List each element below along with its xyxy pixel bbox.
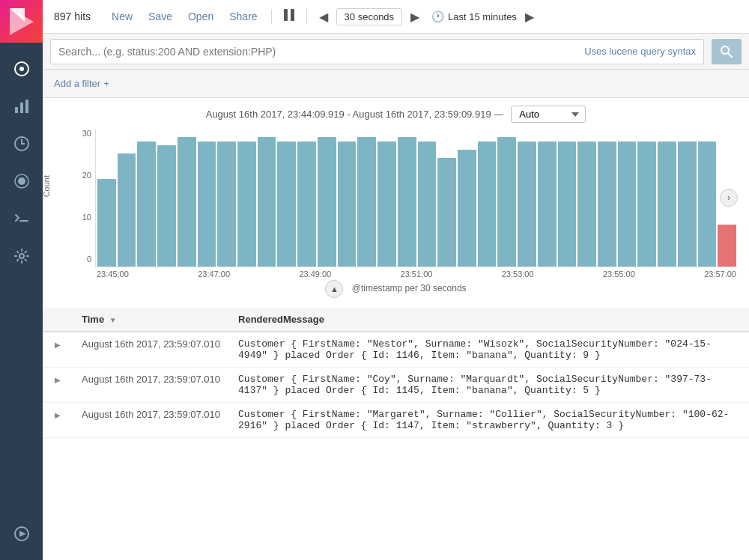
bar-col[interactable] [658, 129, 676, 267]
bar-col[interactable] [198, 129, 216, 267]
kibana-logo-icon [10, 8, 34, 35]
bar-col[interactable] [297, 129, 316, 267]
open-button[interactable]: Open [182, 7, 219, 25]
add-filter-button[interactable]: Add a filter + [54, 78, 109, 89]
chart-expand-right-button[interactable]: › [720, 189, 738, 207]
save-button[interactable]: Save [142, 7, 178, 25]
search-submit-button[interactable] [712, 39, 742, 64]
time-cell: August 16th 2017, 23:59:07.010 [73, 403, 229, 438]
svg-rect-5 [20, 103, 23, 113]
timelion-icon [13, 173, 30, 189]
bar-col[interactable] [357, 129, 376, 267]
x-label-6: 23:55:00 [603, 270, 635, 279]
time-cell: August 16th 2017, 23:59:07.010 [73, 368, 229, 403]
bar-col[interactable] [458, 129, 476, 267]
table-row: ▶ August 16th 2017, 23:59:07.010 Custome… [43, 368, 749, 403]
share-button[interactable]: Share [223, 7, 263, 25]
new-button[interactable]: New [106, 7, 139, 25]
y-axis-label: Count [43, 175, 51, 197]
time-sort-icon[interactable]: ▼ [109, 316, 117, 324]
bar-col[interactable] [637, 129, 656, 267]
svg-rect-4 [15, 107, 18, 113]
col-header-expand [43, 308, 73, 332]
play-icon [13, 526, 30, 542]
logo[interactable] [0, 0, 43, 43]
pause-button[interactable] [279, 6, 299, 27]
table-header: Time ▼ RenderedMessage [43, 308, 749, 332]
chart-container: August 16th 2017, 23:44:09.919 - August … [43, 98, 749, 308]
chart-date-range: August 16th 2017, 23:44:09.919 - August … [206, 109, 504, 120]
search-input-wrapper: Uses lucene query syntax [50, 39, 704, 64]
x-label-5: 23:53:00 [502, 270, 534, 279]
sidebar-item-timelion[interactable] [0, 162, 43, 200]
x-label-4: 23:51:00 [401, 270, 433, 279]
dashboard-icon [13, 136, 30, 152]
bar-col[interactable] [97, 129, 116, 267]
bar-col[interactable] [318, 129, 336, 267]
bar-col[interactable] [577, 129, 596, 267]
bar-col[interactable] [178, 129, 196, 267]
expand-row-button[interactable]: ▶ [52, 339, 64, 350]
bar-col[interactable] [558, 129, 577, 267]
bar-col[interactable] [398, 129, 416, 267]
add-filter-label: Add a filter [54, 78, 100, 89]
expand-row-button[interactable]: ▶ [52, 410, 64, 421]
bar-col[interactable] [698, 129, 717, 267]
prev-interval-button[interactable]: ◀ [315, 7, 333, 27]
search-input[interactable] [58, 46, 584, 58]
chart-header: August 16th 2017, 23:44:09.919 - August … [54, 106, 738, 123]
svg-rect-14 [291, 9, 294, 21]
sidebar-item-visualize[interactable] [0, 88, 43, 125]
add-filter-plus: + [103, 78, 109, 89]
x-label-1: 23:45:00 [97, 270, 129, 279]
svg-point-10 [19, 254, 24, 258]
bar-col[interactable] [418, 129, 437, 267]
bar-col[interactable] [157, 129, 176, 267]
search-bar: Uses lucene query syntax [43, 34, 749, 70]
bar-col[interactable] [237, 129, 256, 267]
y-label-0: 0 [65, 255, 91, 264]
sidebar-item-settings[interactable] [0, 237, 43, 275]
interval-button[interactable]: 30 seconds [336, 8, 403, 25]
bar-col[interactable] [217, 129, 236, 267]
bar-col[interactable] [598, 129, 616, 267]
chart-interval-select[interactable]: Auto [511, 106, 586, 123]
time-range-next-button[interactable]: ▶ [521, 7, 539, 27]
sidebar-item-discover[interactable] [0, 50, 43, 88]
chart-collapse-button[interactable]: ▲ [325, 280, 343, 298]
chart-footer: ▲ @timestamp per 30 seconds [54, 280, 738, 298]
svg-marker-12 [19, 531, 26, 537]
sidebar-item-devtools[interactable] [0, 200, 43, 237]
col-header-message: RenderedMessage [229, 308, 749, 332]
time-cell: August 16th 2017, 23:59:07.010 [73, 332, 229, 368]
bar-col[interactable] [538, 129, 557, 267]
col-header-time[interactable]: Time ▼ [73, 308, 229, 332]
bar-col[interactable] [377, 129, 396, 267]
pause-icon [284, 9, 294, 21]
sidebar-item-dashboard[interactable] [0, 125, 43, 162]
toolbar-nav: New Save Open Share ◀ 30 seconds ▶ 🕐 Las… [106, 6, 738, 27]
svg-line-16 [728, 53, 732, 57]
bar-col[interactable] [137, 129, 156, 267]
bar-col[interactable] [437, 129, 456, 267]
y-label-20: 20 [65, 171, 91, 180]
toolbar-separator-2 [306, 9, 307, 24]
expand-row-button[interactable]: ▶ [52, 374, 64, 386]
bar-col[interactable] [497, 129, 516, 267]
bar-col[interactable] [678, 129, 697, 267]
next-interval-button[interactable]: ▶ [406, 7, 424, 27]
bar-col[interactable] [118, 129, 136, 267]
x-label-3: 23:49:00 [299, 270, 331, 279]
bar-col[interactable] [518, 129, 536, 267]
svg-point-3 [19, 67, 24, 71]
bar-col[interactable] [258, 129, 276, 267]
interval-label: 30 seconds [345, 11, 395, 22]
sidebar-item-play[interactable] [0, 515, 43, 553]
settings-icon [13, 248, 30, 264]
y-axis: 30 20 10 0 [65, 129, 95, 279]
bar-col[interactable] [618, 129, 637, 267]
bar-col[interactable] [338, 129, 357, 267]
bar-col[interactable] [277, 129, 296, 267]
lucene-hint[interactable]: Uses lucene query syntax [584, 46, 696, 57]
bar-col[interactable] [478, 129, 497, 267]
